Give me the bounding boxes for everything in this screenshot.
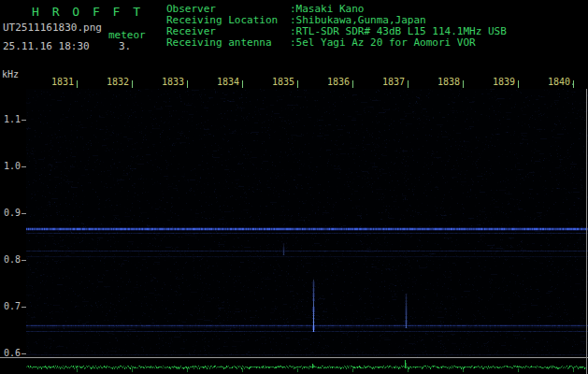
time-tick-label: 1840. — [548, 77, 576, 87]
hrofft-screen: H R O F F T UT2511161830.png meteor 25.1… — [0, 0, 588, 374]
right-border-line — [586, 89, 587, 374]
time-tick-label: 1839 — [493, 77, 515, 87]
station-info-row: Receiving antenna:5el Yagi Az 20 for Aom… — [166, 37, 507, 49]
spectrogram-canvas — [26, 89, 588, 357]
freq-tick-label: 0.8 — [2, 254, 21, 265]
time-tick-label: 1832 — [107, 77, 129, 87]
time-tick-mark — [187, 80, 188, 88]
time-tick-mark — [573, 80, 574, 88]
time-tick-mark — [408, 80, 409, 88]
time-tick-label: 1837 — [382, 77, 405, 87]
station-info-label: Receiving antenna — [166, 37, 290, 49]
station-info: Observer:Masaki KanoReceiving Location:S… — [166, 4, 507, 49]
frame-counter: 3. — [119, 40, 131, 52]
time-tick-label: 1835 — [272, 77, 294, 87]
freq-axis-unit: kHz — [2, 69, 19, 79]
time-tick-label: 1834 — [217, 77, 239, 87]
time-tick-mark — [518, 80, 519, 88]
freq-tick-label: 1.1 — [2, 114, 21, 124]
freq-tick-label: 0.7 — [2, 301, 21, 311]
freq-tick-label: 0.9 — [2, 208, 21, 218]
time-tick-label: 1833 — [162, 77, 184, 87]
signal-level-canvas — [0, 358, 588, 374]
time-tick-mark — [463, 80, 464, 88]
time-tick-label: 1831 — [51, 77, 74, 87]
time-tick-mark — [352, 80, 353, 88]
time-tick-label: 1836 — [327, 77, 350, 87]
time-tick-mark — [297, 80, 298, 88]
frame-datetime: 25.11.16 18:30 — [3, 40, 90, 52]
output-filename: UT2511161830.png — [3, 22, 102, 34]
time-tick-label: 1838 — [437, 77, 460, 87]
app-title: H R O F F T — [32, 5, 143, 19]
freq-tick-label: 1.0 — [2, 161, 21, 171]
separator-line — [0, 357, 588, 358]
time-tick-mark — [242, 80, 243, 88]
time-tick-mark — [77, 80, 78, 88]
time-tick-mark — [132, 80, 133, 88]
station-info-value: :5el Yagi Az 20 for Aomori VOR — [290, 37, 476, 49]
